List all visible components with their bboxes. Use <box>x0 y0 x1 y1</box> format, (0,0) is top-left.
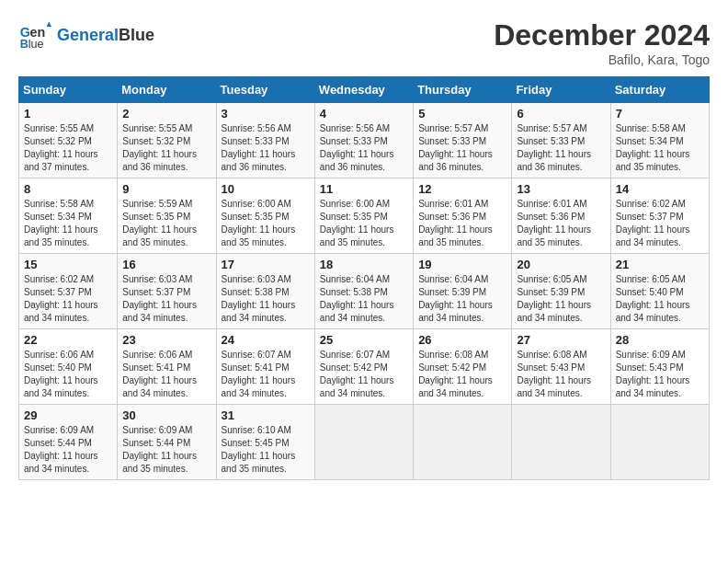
calendar-cell <box>314 405 413 480</box>
day-number: 22 <box>24 333 112 347</box>
day-info: Sunrise: 6:04 AM Sunset: 5:38 PM Dayligh… <box>320 273 408 325</box>
calendar-cell: 18 Sunrise: 6:04 AM Sunset: 5:38 PM Dayl… <box>314 254 413 329</box>
day-info: Sunrise: 5:59 AM Sunset: 5:35 PM Dayligh… <box>122 198 210 249</box>
calendar-table: Sunday Monday Tuesday Wednesday Thursday… <box>18 76 710 480</box>
day-number: 28 <box>616 333 704 347</box>
calendar-week-row: 15 Sunrise: 6:02 AM Sunset: 5:37 PM Dayl… <box>19 254 710 329</box>
day-number: 11 <box>320 182 408 196</box>
col-wednesday: Wednesday <box>314 77 413 103</box>
day-number: 23 <box>122 333 210 347</box>
calendar-cell: 16 Sunrise: 6:03 AM Sunset: 5:37 PM Dayl… <box>118 254 216 329</box>
calendar-cell: 9 Sunrise: 5:59 AM Sunset: 5:35 PM Dayli… <box>118 178 216 254</box>
day-info: Sunrise: 5:57 AM Sunset: 5:33 PM Dayligh… <box>517 122 605 174</box>
calendar-cell: 14 Sunrise: 6:02 AM Sunset: 5:37 PM Dayl… <box>610 178 709 254</box>
day-number: 25 <box>320 333 408 347</box>
calendar-cell: 7 Sunrise: 5:58 AM Sunset: 5:34 PM Dayli… <box>610 103 709 178</box>
day-number: 5 <box>418 107 506 121</box>
day-number: 17 <box>222 258 310 271</box>
day-info: Sunrise: 6:02 AM Sunset: 5:37 PM Dayligh… <box>24 273 112 325</box>
calendar-cell: 1 Sunrise: 5:55 AM Sunset: 5:32 PM Dayli… <box>19 103 118 178</box>
day-number: 2 <box>122 107 210 121</box>
day-number: 10 <box>222 182 310 196</box>
col-monday: Monday <box>118 77 216 103</box>
calendar-cell: 8 Sunrise: 5:58 AM Sunset: 5:34 PM Dayli… <box>19 178 118 254</box>
calendar-cell: 23 Sunrise: 6:06 AM Sunset: 5:41 PM Dayl… <box>118 329 216 405</box>
day-info: Sunrise: 6:00 AM Sunset: 5:35 PM Dayligh… <box>320 198 408 249</box>
calendar-week-row: 29 Sunrise: 6:09 AM Sunset: 5:44 PM Dayl… <box>19 405 710 480</box>
logo: G en B lue GeneralBlue <box>18 18 154 52</box>
calendar-cell: 24 Sunrise: 6:07 AM Sunset: 5:41 PM Dayl… <box>216 329 314 405</box>
calendar-week-row: 1 Sunrise: 5:55 AM Sunset: 5:32 PM Dayli… <box>19 103 710 178</box>
day-info: Sunrise: 6:06 AM Sunset: 5:41 PM Dayligh… <box>122 349 210 400</box>
col-saturday: Saturday <box>610 77 709 103</box>
month-title: December 2024 <box>494 18 710 52</box>
calendar-cell <box>512 405 610 480</box>
calendar-cell: 13 Sunrise: 6:01 AM Sunset: 5:36 PM Dayl… <box>512 178 610 254</box>
svg-text:lue: lue <box>28 38 44 51</box>
day-number: 9 <box>122 182 210 196</box>
day-info: Sunrise: 6:04 AM Sunset: 5:39 PM Dayligh… <box>418 273 506 325</box>
day-info: Sunrise: 5:56 AM Sunset: 5:33 PM Dayligh… <box>320 122 408 174</box>
day-info: Sunrise: 6:09 AM Sunset: 5:44 PM Dayligh… <box>122 424 210 476</box>
day-number: 19 <box>418 258 506 271</box>
day-info: Sunrise: 5:56 AM Sunset: 5:33 PM Dayligh… <box>222 122 310 174</box>
calendar-cell: 12 Sunrise: 6:01 AM Sunset: 5:36 PM Dayl… <box>414 178 512 254</box>
calendar-cell: 20 Sunrise: 6:05 AM Sunset: 5:39 PM Dayl… <box>512 254 610 329</box>
col-friday: Friday <box>512 77 610 103</box>
day-info: Sunrise: 5:58 AM Sunset: 5:34 PM Dayligh… <box>616 122 704 174</box>
calendar-cell: 27 Sunrise: 6:08 AM Sunset: 5:43 PM Dayl… <box>512 329 610 405</box>
day-number: 8 <box>24 182 112 196</box>
day-number: 4 <box>320 107 408 121</box>
day-number: 24 <box>222 333 310 347</box>
day-info: Sunrise: 6:03 AM Sunset: 5:38 PM Dayligh… <box>222 273 310 325</box>
day-info: Sunrise: 5:58 AM Sunset: 5:34 PM Dayligh… <box>24 198 112 249</box>
calendar-cell: 30 Sunrise: 6:09 AM Sunset: 5:44 PM Dayl… <box>118 405 216 480</box>
calendar-cell: 25 Sunrise: 6:07 AM Sunset: 5:42 PM Dayl… <box>314 329 413 405</box>
day-number: 26 <box>418 333 506 347</box>
calendar-cell: 4 Sunrise: 5:56 AM Sunset: 5:33 PM Dayli… <box>314 103 413 178</box>
day-info: Sunrise: 6:07 AM Sunset: 5:42 PM Dayligh… <box>320 349 408 400</box>
page-header: G en B lue GeneralBlue December 2024 Baf… <box>18 18 710 67</box>
day-info: Sunrise: 6:05 AM Sunset: 5:39 PM Dayligh… <box>517 273 605 325</box>
day-info: Sunrise: 6:06 AM Sunset: 5:40 PM Dayligh… <box>24 349 112 400</box>
svg-text:en: en <box>30 25 46 40</box>
calendar-cell: 28 Sunrise: 6:09 AM Sunset: 5:43 PM Dayl… <box>610 329 709 405</box>
calendar-cell <box>414 405 512 480</box>
col-sunday: Sunday <box>19 77 118 103</box>
day-number: 13 <box>517 182 605 196</box>
title-area: December 2024 Bafilo, Kara, Togo <box>494 18 710 67</box>
calendar-cell: 21 Sunrise: 6:05 AM Sunset: 5:40 PM Dayl… <box>610 254 709 329</box>
logo-text-blue: Blue <box>119 26 154 45</box>
day-info: Sunrise: 6:09 AM Sunset: 5:44 PM Dayligh… <box>24 424 112 476</box>
calendar-cell: 3 Sunrise: 5:56 AM Sunset: 5:33 PM Dayli… <box>216 103 314 178</box>
calendar-cell: 6 Sunrise: 5:57 AM Sunset: 5:33 PM Dayli… <box>512 103 610 178</box>
col-tuesday: Tuesday <box>216 77 314 103</box>
day-number: 7 <box>616 107 704 121</box>
day-info: Sunrise: 5:55 AM Sunset: 5:32 PM Dayligh… <box>24 122 112 174</box>
day-info: Sunrise: 5:57 AM Sunset: 5:33 PM Dayligh… <box>418 122 506 174</box>
calendar-cell: 29 Sunrise: 6:09 AM Sunset: 5:44 PM Dayl… <box>19 405 118 480</box>
day-number: 16 <box>122 258 210 271</box>
day-info: Sunrise: 6:00 AM Sunset: 5:35 PM Dayligh… <box>222 198 310 249</box>
logo-text-general: General <box>57 26 119 45</box>
day-number: 27 <box>517 333 605 347</box>
calendar-cell: 31 Sunrise: 6:10 AM Sunset: 5:45 PM Dayl… <box>216 405 314 480</box>
day-info: Sunrise: 6:09 AM Sunset: 5:43 PM Dayligh… <box>616 349 704 400</box>
day-info: Sunrise: 6:02 AM Sunset: 5:37 PM Dayligh… <box>616 198 704 249</box>
calendar-cell: 19 Sunrise: 6:04 AM Sunset: 5:39 PM Dayl… <box>414 254 512 329</box>
calendar-cell: 15 Sunrise: 6:02 AM Sunset: 5:37 PM Dayl… <box>19 254 118 329</box>
calendar-cell: 5 Sunrise: 5:57 AM Sunset: 5:33 PM Dayli… <box>414 103 512 178</box>
day-info: Sunrise: 6:10 AM Sunset: 5:45 PM Dayligh… <box>222 424 310 476</box>
calendar-cell: 17 Sunrise: 6:03 AM Sunset: 5:38 PM Dayl… <box>216 254 314 329</box>
day-number: 3 <box>222 107 310 121</box>
day-number: 30 <box>122 408 210 422</box>
svg-text:G: G <box>20 25 30 40</box>
day-number: 6 <box>517 107 605 121</box>
day-info: Sunrise: 6:07 AM Sunset: 5:41 PM Dayligh… <box>222 349 310 400</box>
day-number: 20 <box>517 258 605 271</box>
calendar-week-row: 22 Sunrise: 6:06 AM Sunset: 5:40 PM Dayl… <box>19 329 710 405</box>
location: Bafilo, Kara, Togo <box>494 52 710 67</box>
calendar-cell: 10 Sunrise: 6:00 AM Sunset: 5:35 PM Dayl… <box>216 178 314 254</box>
day-info: Sunrise: 6:01 AM Sunset: 5:36 PM Dayligh… <box>418 198 506 249</box>
day-number: 18 <box>320 258 408 271</box>
